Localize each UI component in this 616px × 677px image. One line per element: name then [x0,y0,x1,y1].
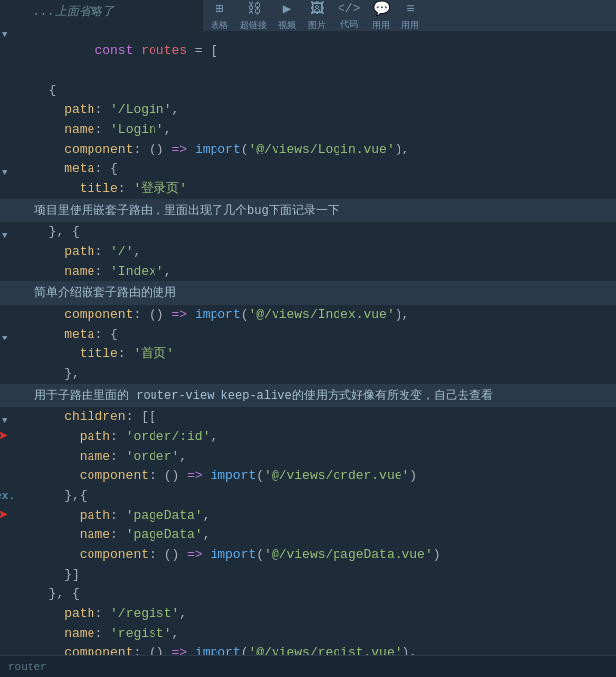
format-icon[interactable]: ≡ 用用 [401,1,419,31]
code-icon[interactable]: </> 代码 [338,1,360,31]
hyperlink-icon[interactable]: ⛓ 超链接 [240,1,267,31]
code-line-23: }] [0,565,616,585]
code-line-9: path: '/', [0,242,616,262]
code-line-7: title: '登录页' [0,179,616,199]
collapse-arrow-1[interactable]: ▼ [2,26,7,45]
annotation-3: 用于子路由里面的 router-view keep-alive的使用方式好像有所… [0,384,616,407]
annotation-2: 简单介绍嵌套子路由的使用 [0,281,616,305]
code-line-24: }, { [0,585,616,604]
toolbar: ⊞ 表格 ⛓ 超链接 ▶ 视频 🖼 图片 </> 代码 💬 用用 ≡ 用用 [203,0,616,31]
code-line-22: component: () => import('@/views/pageDat… [0,545,616,565]
code-line-25: path: '/regist', [0,604,616,624]
code-line-18: component: () => import('@/views/order.v… [0,466,616,486]
code-line-19: Mdex. },{ [0,486,616,506]
code-line-16: ➤ path: 'order/:id', [0,427,616,447]
children-section: ▼ children: [[ ➤ path: 'order/:id', [0,407,616,585]
code-line-26: name: 'regist', [0,624,616,644]
code-line-11: component: () => import('@/views/Index.v… [0,305,616,325]
video-icon[interactable]: ▶ 视频 [278,0,296,31]
code-line-14: }, [0,364,616,384]
table-icon[interactable]: ⊞ 表格 [211,0,228,31]
annotation-1: 项目里使用嵌套子路由，里面出现了几个bug下面记录一下 [0,199,616,222]
image-icon[interactable]: 🖼 图片 [308,1,326,31]
bottom-bar: router [0,655,616,677]
bottom-router-text: router [8,661,47,673]
code-line-21: name: 'pageData', [0,525,616,545]
code-line-10: name: 'Index', [0,262,616,281]
code-line-13: title: '首页' [0,344,616,364]
code-line-17: name: 'order', [0,447,616,466]
comment-icon[interactable]: 💬 用用 [372,0,390,31]
code-line-3: path: '/Login', [0,100,616,120]
code-line-15: ▼ children: [[ [0,407,616,427]
code-line-5: component: () => import('@/views/Login.v… [0,140,616,159]
code-line-20: ➤ path: 'pageData', [0,506,616,525]
code-line-2: { [0,81,616,100]
code-line-4: name: 'Login', [0,120,616,140]
code-line-12: ▼ meta: { [0,325,616,344]
code-container: ⊞ 表格 ⛓ 超链接 ▶ 视频 🖼 图片 </> 代码 💬 用用 ≡ 用用 [0,0,616,677]
code-line-6: ▼ meta: { [0,159,616,179]
code-line-8: ▼ }, { [0,222,616,242]
